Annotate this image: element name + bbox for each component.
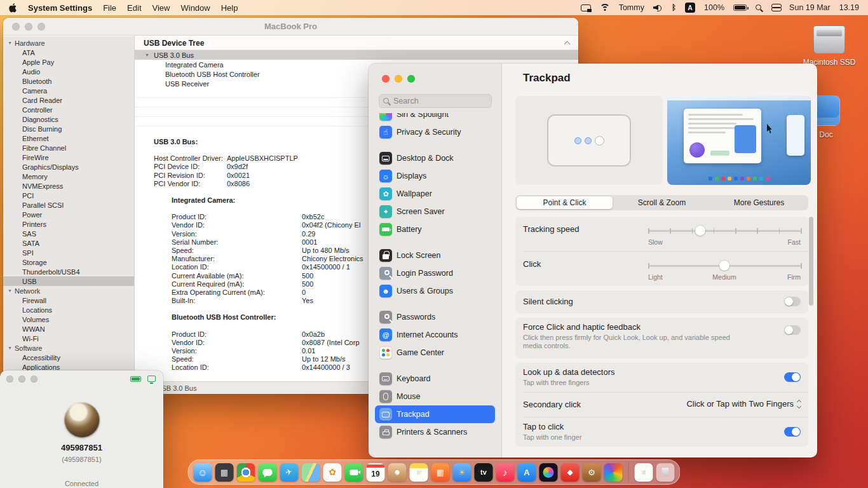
zoom-button[interactable] <box>407 75 415 83</box>
sidebar-item-passwords[interactable]: Passwords <box>375 308 495 326</box>
dock-icon-textedit[interactable]: ≡ <box>635 463 653 482</box>
si-sidebar-item[interactable]: ATA <box>3 48 134 57</box>
active-app-name[interactable]: System Settings <box>28 3 92 13</box>
battery-icon[interactable] <box>733 4 747 11</box>
tab-scroll-and-zoom[interactable]: Scroll & Zoom <box>614 196 710 209</box>
sidebar-item-mouse[interactable]: Mouse <box>375 388 495 405</box>
click-firmness-slider[interactable] <box>648 261 801 271</box>
sidebar-item-internet-accounts[interactable]: @ Internet Accounts <box>375 326 495 344</box>
dock-icon-colorful-app[interactable] <box>604 463 623 482</box>
menu-window[interactable]: Window <box>180 3 210 13</box>
dock-icon-app-store[interactable]: A <box>518 463 536 482</box>
sidebar-item-displays[interactable]: ☼ Displays <box>375 167 495 185</box>
si-sidebar-item[interactable]: Bluetooth <box>3 76 134 86</box>
dock-icon-calendar[interactable]: 19 <box>367 463 385 482</box>
dock-icon-chrome[interactable] <box>237 463 255 482</box>
dock-icon-facetime[interactable] <box>345 463 363 482</box>
sidebar-item-battery[interactable]: Battery <box>375 220 495 238</box>
si-sidebar-item[interactable]: Graphics/Displays <box>3 162 134 172</box>
si-sidebar-item[interactable]: Card Reader <box>3 95 134 105</box>
menu-help[interactable]: Help <box>221 3 238 13</box>
dock-icon-contacts[interactable]: ☻ <box>388 463 407 482</box>
look-up-toggle[interactable] <box>784 372 801 382</box>
sidebar-item-screen-saver[interactable]: ✦ Screen Saver <box>375 203 495 220</box>
scrollbar[interactable] <box>809 217 813 306</box>
si-sidebar-item[interactable]: SAS <box>3 229 134 238</box>
si-sidebar-item[interactable]: SATA <box>3 238 134 248</box>
si-sidebar-item[interactable]: SPI <box>3 248 134 257</box>
minimize-button[interactable] <box>395 75 402 83</box>
search-input[interactable] <box>393 97 487 105</box>
zoom-button[interactable] <box>31 376 37 383</box>
screen-mirroring-icon[interactable] <box>581 4 591 11</box>
si-sidebar-item[interactable]: Printers <box>3 219 134 229</box>
force-click-toggle[interactable] <box>784 325 801 335</box>
si-sidebar-section-hardware[interactable]: ▼Hardware <box>3 38 134 48</box>
silent-clicking-toggle[interactable] <box>784 297 801 306</box>
slider-thumb[interactable] <box>719 261 729 271</box>
sidebar-item-desktop-dock[interactable]: Desktop & Dock <box>375 149 495 167</box>
si-sidebar-item[interactable]: Ethernet <box>3 133 134 143</box>
secondary-click-dropdown[interactable]: Click or Tap with Two Fingers <box>686 399 801 409</box>
si-sidebar-item[interactable]: Thunderbolt/USB4 <box>3 267 134 276</box>
desktop-icon-macintosh-ssd[interactable]: Macintosh SSD <box>803 25 856 67</box>
dock-icon-tv[interactable]: tv <box>475 463 493 482</box>
si-sidebar-section-software[interactable]: ▼Software <box>3 343 134 353</box>
si-sidebar-item[interactable]: Audio <box>3 67 134 76</box>
input-source-icon[interactable]: A <box>685 3 695 13</box>
collapse-chevron-icon[interactable] <box>564 41 571 47</box>
dock-icon-launchpad[interactable]: ▦ <box>215 463 234 482</box>
dock-icon-photos[interactable]: ✿ <box>323 463 342 482</box>
dock-icon-automator[interactable]: ⚙ <box>583 463 601 482</box>
si-sidebar-item[interactable]: Firewall <box>3 295 134 305</box>
si-sidebar-item[interactable]: Locations <box>3 305 134 315</box>
tab-point-and-click[interactable]: Point & Click <box>517 196 613 209</box>
bluetooth-icon[interactable]: ᛒ <box>672 3 676 12</box>
menu-file[interactable]: File <box>103 3 116 13</box>
si-sidebar-item[interactable]: Disc Burning <box>3 124 134 133</box>
sidebar-item-users-groups[interactable]: ☻ Users & Groups <box>375 282 495 300</box>
si-sidebar-item[interactable]: Wi-Fi <box>3 334 134 343</box>
minimize-button[interactable] <box>18 376 25 383</box>
volume-icon[interactable] <box>653 4 663 11</box>
dock-icon-weather[interactable]: ☀ <box>453 463 471 482</box>
device-tree-row-usb-bus[interactable]: ▼ USB 3.0 Bus <box>135 50 578 60</box>
dock-icon-maps[interactable] <box>302 463 320 482</box>
dock-icon-notes[interactable]: ≡ <box>410 463 428 482</box>
disclosure-triangle-icon[interactable]: ▼ <box>145 53 149 57</box>
dock-icon-telegram[interactable]: ✈ <box>280 463 299 482</box>
si-sidebar-item[interactable]: Volumes <box>3 315 134 324</box>
sidebar-item-printers-scanners[interactable]: Printers & Scanners <box>375 423 495 441</box>
si-sidebar-item[interactable]: Diagnostics <box>3 114 134 124</box>
user-menu[interactable]: Tommy <box>619 3 644 12</box>
sidebar-item-trackpad[interactable]: Trackpad <box>375 405 495 423</box>
si-sidebar-item[interactable]: PCI <box>3 191 134 200</box>
dock-icon-music[interactable]: ♪ <box>496 463 515 482</box>
dock-icon-app-grid[interactable]: ▦ <box>431 463 450 482</box>
dock-icon-finder[interactable]: ☺ <box>194 463 212 482</box>
sidebar-item-keyboard[interactable]: Keyboard <box>375 370 495 388</box>
sidebar-item-lock-screen[interactable]: Lock Screen <box>375 247 495 264</box>
tab-more-gestures[interactable]: More Gestures <box>711 196 807 209</box>
si-sidebar-item[interactable]: Apple Pay <box>3 57 134 67</box>
si-sidebar-item[interactable]: FireWire <box>3 152 134 162</box>
close-button[interactable] <box>6 376 13 383</box>
search-field[interactable] <box>379 94 492 108</box>
sidebar-item-siri[interactable]: Siri & Spotlight <box>375 113 495 123</box>
spotlight-search-icon[interactable] <box>756 4 763 11</box>
sidebar-item-game-center[interactable]: Game Center <box>375 344 495 362</box>
si-sidebar-item[interactable]: Controller <box>3 105 134 114</box>
dock-icon-siri[interactable] <box>539 463 558 482</box>
si-sidebar-item-usb[interactable]: USB <box>3 276 134 286</box>
si-sidebar-item[interactable]: WWAN <box>3 324 134 334</box>
si-sidebar-item[interactable]: Parallel SCSI <box>3 200 134 210</box>
si-sidebar-item[interactable]: Accessibility <box>3 353 134 362</box>
si-sidebar-item[interactable]: Memory <box>3 172 134 181</box>
slider-thumb[interactable] <box>695 226 705 236</box>
apple-logo-icon[interactable] <box>9 3 17 13</box>
sidebar-item-wallpaper[interactable]: ✿ Wallpaper <box>375 185 495 203</box>
dock-icon-trash[interactable] <box>656 463 675 482</box>
dock-icon-red-app[interactable]: ◆ <box>561 463 580 482</box>
si-sidebar-section-network[interactable]: ▼Network <box>3 286 134 295</box>
tap-to-click-toggle[interactable] <box>784 427 801 437</box>
